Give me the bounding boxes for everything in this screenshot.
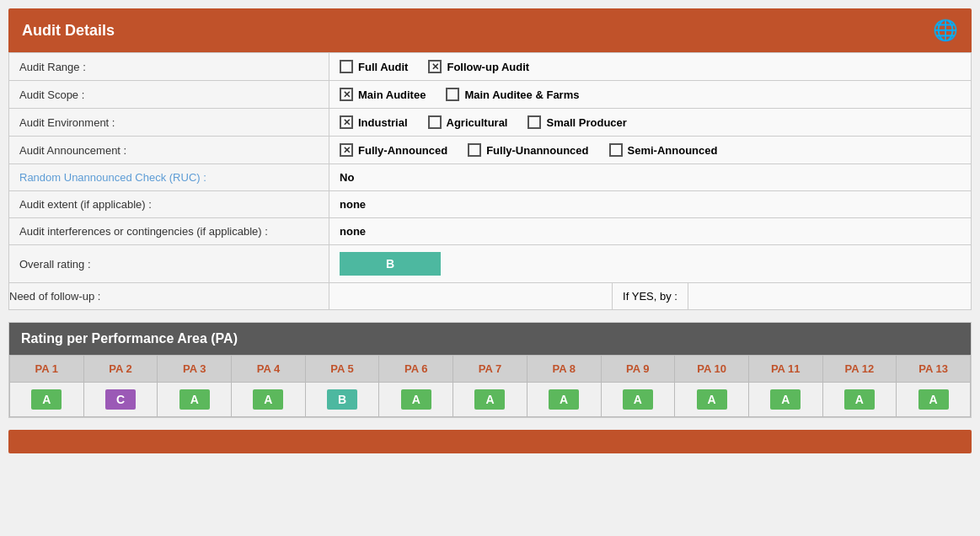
pa9-rating: A (601, 383, 675, 417)
pa11-header: PA 11 (748, 356, 822, 383)
audit-interferences-label: Audit interferences or contingencies (if… (9, 218, 329, 245)
audit-extent-value: none (329, 191, 972, 218)
fully-unannounced-checkbox[interactable] (468, 143, 481, 157)
need-followup-row: Need of follow-up : If YES, by : (9, 283, 972, 310)
pa-ratings-row: A C A A B A A A A A A A A (10, 383, 971, 417)
pa9-header: PA 9 (601, 356, 675, 383)
overall-rating-value: B (329, 245, 972, 283)
pa5-header: PA 5 (305, 356, 379, 383)
industrial-checkbox[interactable] (340, 115, 353, 129)
pa10-header: PA 10 (675, 356, 749, 383)
audit-scope-row: Audit Scope : Main Auditee Main Auditee … (9, 81, 972, 109)
pa1-rating: A (10, 383, 84, 417)
audit-environment-value: Industrial Agricultural Small Producer (329, 109, 972, 137)
audit-interferences-value: none (329, 218, 972, 245)
need-followup-left[interactable] (329, 283, 613, 309)
pa4-header: PA 4 (232, 356, 306, 383)
agricultural-label: Agricultural (447, 116, 508, 129)
need-followup-value: If YES, by : (329, 283, 972, 310)
pa-section: Rating per Performance Area (PA) PA 1 PA… (8, 322, 972, 418)
pa8-rating: A (527, 383, 601, 417)
main-auditee-farms-option[interactable]: Main Auditee & Farms (446, 88, 579, 101)
page-wrapper: Audit Details 🌐 Audit Range : Full Audit… (0, 0, 980, 462)
audit-range-label: Audit Range : (9, 53, 329, 81)
agricultural-option[interactable]: Agricultural (428, 115, 508, 129)
pa4-rating: A (232, 383, 306, 417)
pa2-header: PA 2 (83, 356, 158, 383)
pa8-header: PA 8 (527, 356, 601, 383)
globe-icon[interactable]: 🌐 (933, 19, 958, 42)
header-title: Audit Details (22, 22, 115, 40)
fully-unannounced-option[interactable]: Fully-Unannounced (468, 143, 588, 157)
followup-audit-label: Follow-up Audit (447, 61, 529, 73)
industrial-option[interactable]: Industrial (340, 115, 408, 129)
fully-unannounced-label: Fully-Unannounced (486, 144, 588, 157)
fully-announced-checkbox[interactable] (340, 143, 353, 157)
pa3-rating: A (158, 383, 232, 417)
pa13-header: PA 13 (897, 356, 971, 383)
audit-environment-options: Industrial Agricultural Small Producer (340, 115, 961, 129)
pa6-header: PA 6 (379, 356, 453, 383)
main-auditee-farms-label: Main Auditee & Farms (464, 88, 579, 101)
followup-audit-checkbox[interactable] (428, 60, 442, 73)
audit-range-options: Full Audit Follow-up Audit (340, 60, 961, 73)
semi-announced-checkbox[interactable] (609, 143, 623, 157)
need-followup-inner: If YES, by : (329, 283, 971, 309)
main-auditee-label: Main Auditee (358, 88, 426, 101)
audit-announcement-value: Fully-Announced Fully-Unannounced Semi-A… (329, 137, 972, 164)
audit-announcement-options: Fully-Announced Fully-Unannounced Semi-A… (340, 143, 961, 157)
audit-details-header: Audit Details 🌐 (8, 8, 972, 52)
main-auditee-farms-checkbox[interactable] (446, 88, 459, 101)
random-check-row: Random Unannounced Check (RUC) : No (9, 164, 972, 191)
pa5-rating: B (305, 383, 379, 417)
small-producer-checkbox[interactable] (527, 115, 541, 129)
semi-announced-option[interactable]: Semi-Announced (609, 143, 718, 157)
audit-extent-answer: none (340, 198, 366, 211)
small-producer-option[interactable]: Small Producer (527, 115, 626, 129)
pa7-header: PA 7 (453, 356, 527, 383)
full-audit-label: Full Audit (358, 61, 408, 73)
audit-extent-row: Audit extent (if applicable) : none (9, 191, 972, 218)
audit-scope-label: Audit Scope : (9, 81, 329, 109)
audit-range-value: Full Audit Follow-up Audit (329, 53, 972, 81)
audit-extent-label: Audit extent (if applicable) : (9, 191, 329, 218)
fully-announced-option[interactable]: Fully-Announced (340, 143, 447, 157)
pa3-header: PA 3 (158, 356, 232, 383)
pa6-rating: A (379, 383, 453, 417)
random-check-value: No (329, 164, 972, 191)
full-audit-option[interactable]: Full Audit (340, 60, 408, 73)
random-check-answer: No (340, 171, 354, 184)
audit-scope-options: Main Auditee Main Auditee & Farms (340, 88, 961, 101)
audit-scope-value: Main Auditee Main Auditee & Farms (329, 81, 972, 109)
pa-table: PA 1 PA 2 PA 3 PA 4 PA 5 PA 6 PA 7 PA 8 … (9, 355, 971, 417)
audit-interferences-answer: none (340, 225, 366, 238)
overall-rating-label: Overall rating : (9, 245, 329, 283)
pa2-rating: C (83, 383, 158, 417)
audit-announcement-row: Audit Announcement : Fully-Announced Ful… (9, 137, 972, 164)
pa7-rating: A (453, 383, 527, 417)
pa-section-title: Rating per Performance Area (PA) (9, 323, 971, 355)
main-auditee-option[interactable]: Main Auditee (340, 88, 426, 101)
industrial-label: Industrial (358, 116, 408, 129)
pa12-rating: A (822, 383, 897, 417)
pa1-header: PA 1 (10, 356, 84, 383)
pa11-rating: A (748, 383, 822, 417)
followup-by-value[interactable] (688, 283, 971, 309)
full-audit-checkbox[interactable] (340, 60, 353, 73)
audit-environment-row: Audit Environment : Industrial Agricultu… (9, 109, 972, 137)
fully-announced-label: Fully-Announced (358, 144, 447, 157)
pa12-header: PA 12 (822, 356, 897, 383)
audit-announcement-label: Audit Announcement : (9, 137, 329, 164)
semi-announced-label: Semi-Announced (628, 144, 718, 157)
pa10-rating: A (675, 383, 749, 417)
overall-rating-row: Overall rating : B (9, 245, 972, 283)
audit-details-table: Audit Range : Full Audit Follow-up Audit… (8, 52, 972, 310)
agricultural-checkbox[interactable] (428, 115, 442, 129)
followup-audit-option[interactable]: Follow-up Audit (428, 60, 529, 73)
bottom-bar (8, 430, 972, 453)
need-followup-label: Need of follow-up : (9, 283, 329, 310)
main-auditee-checkbox[interactable] (340, 88, 353, 101)
audit-environment-label: Audit Environment : (9, 109, 329, 137)
if-yes-by-label: If YES, by : (613, 283, 688, 309)
random-check-label: Random Unannounced Check (RUC) : (9, 164, 329, 191)
